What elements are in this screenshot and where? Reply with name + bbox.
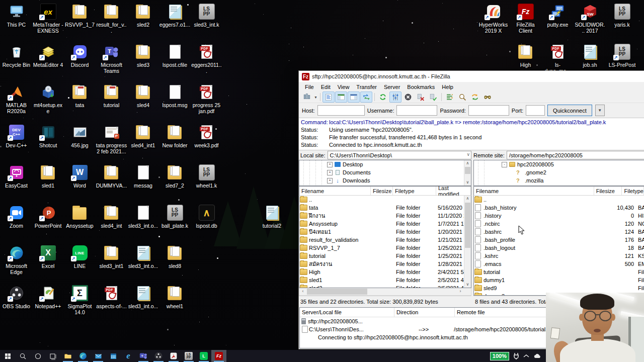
taskbar-acrobat-icon[interactable] xyxy=(166,350,181,362)
remote-file-row[interactable]: dummy1File folder xyxy=(474,276,644,284)
remote-file-row[interactable]: .ncbirc120NCBIRC File xyxy=(474,220,644,228)
local-list-scrollbar[interactable]: ∧∨ xyxy=(464,196,471,288)
local-file-row[interactable]: ฝึกงานFile folder11/1/2020 2:46... xyxy=(299,212,471,220)
desktop-icon-eggers2011-[interactable]: PDFeggers2011... xyxy=(191,43,222,83)
desktop-icon-line[interactable]: LINE↗LINE xyxy=(64,244,96,284)
remote-file-row[interactable]: .history0HISTORY Fi... xyxy=(474,212,644,220)
power-plug-icon[interactable] xyxy=(513,352,519,359)
scroll-up-icon[interactable]: ∧ xyxy=(464,160,471,166)
desktop-icon-tutorial2[interactable]: tutorial2 xyxy=(256,204,288,244)
column-header-filetype[interactable]: Filetype xyxy=(622,187,644,195)
desktop-icon-sled4-int1[interactable]: sled4_int1 xyxy=(127,124,159,163)
taskbar-cortana-icon[interactable] xyxy=(30,350,45,362)
column-header-filename[interactable]: Filename xyxy=(299,187,371,195)
menu-file[interactable]: File xyxy=(301,83,317,91)
host-input[interactable] xyxy=(317,105,365,116)
scroll-right-icon[interactable]: › xyxy=(457,288,464,295)
desktop-icon-lspost-cfile[interactable]: lspost.cfile xyxy=(159,43,191,83)
menu-help[interactable]: Help xyxy=(438,83,457,91)
local-file-row[interactable]: RSVVP_1_7File folder1/25/2021 6:24... xyxy=(299,244,471,252)
taskbar-filezilla-icon[interactable]: Fz xyxy=(211,350,226,362)
desktop-icon-sled3-int-o-[interactable]: sled3_int.o... xyxy=(127,204,159,244)
taskbar-start-icon[interactable] xyxy=(0,350,15,362)
desktop-icon-powerpoint[interactable]: P↗PowerPoint xyxy=(32,204,64,244)
tree-item-downloads[interactable]: +↓Downloads xyxy=(299,176,471,185)
scroll-up-icon[interactable]: ∧ xyxy=(464,196,471,202)
taskbar-calendar-icon[interactable] xyxy=(106,350,121,362)
taskbar-teams-icon[interactable]: T xyxy=(136,350,151,362)
remote-file-row[interactable]: .bashrc124BASHRC File xyxy=(474,228,644,236)
menu-server[interactable]: Server xyxy=(380,83,404,91)
desktop-icon-solidwor-2017[interactable]: SW↗SOLIDWOR... 2017 xyxy=(574,3,606,43)
scroll-down-icon[interactable]: ∨ xyxy=(464,282,471,288)
remote-file-row[interactable]: .bash_history10,430BASH_HIST... xyxy=(474,204,644,212)
toolbar-directory-comparison-icon[interactable] xyxy=(444,92,456,103)
toolbar-toggle-queue-icon[interactable] xyxy=(360,92,372,103)
local-tree-scrollbar[interactable]: ∧∨ xyxy=(464,160,471,186)
local-file-row[interactable]: AnsyssetupFile folder1/7/2021 1:49:... xyxy=(299,220,471,228)
toolbar-process-queue-icon[interactable] xyxy=(389,92,401,103)
desktop-icon-456-jpg[interactable]: 456.jpg xyxy=(64,124,96,163)
taskbar-task-view-icon[interactable] xyxy=(45,350,60,362)
remote-site-combo[interactable]: /storage/home/hpc202008005 xyxy=(507,151,644,159)
column-header-filename[interactable]: Filename xyxy=(474,187,594,195)
menu-transfer[interactable]: Transfer xyxy=(353,83,380,91)
tree-item-gnome2[interactable]: ?.gnome2 xyxy=(474,168,644,176)
desktop-icon-mt4setup-exe[interactable]: mt4setup.exe xyxy=(32,83,64,123)
desktop-icon-hyperworks-2019-x[interactable]: ↗HyperWorks 2019 X xyxy=(477,3,509,43)
toolbar-refresh-icon[interactable] xyxy=(377,92,389,103)
toolbar-toggle-remote-tree-icon[interactable] xyxy=(348,92,360,103)
desktop-icon-lspost-db[interactable]: ∧lspost.db xyxy=(191,204,222,244)
tree-expander[interactable]: + xyxy=(327,170,333,175)
remote-file-row[interactable]: .bash_profile176BASH_PRO... xyxy=(474,236,644,244)
remote-file-row[interactable]: .emacs500EMACS File xyxy=(474,260,644,268)
desktop-icon-metaeditor-4[interactable]: ↗MetaEditor 4 xyxy=(32,43,64,83)
desktop-icon-dev-c-[interactable]: DEVC++↗Dev-C++ xyxy=(1,124,32,163)
tree-item-mozilla[interactable]: ?.mozilla xyxy=(474,176,644,185)
site-manager-dropdown[interactable]: ▼ xyxy=(314,96,317,99)
desktop-icon-this-pc[interactable]: This PC xyxy=(1,3,32,43)
desktop-icon-sled3-int-o-[interactable]: sled3_int.o... xyxy=(127,285,159,324)
column-header-filetype[interactable]: Filetype xyxy=(393,187,436,195)
local-file-row[interactable]: sled2File folder2/5/2021 4:36:... xyxy=(299,284,471,288)
toolbar-reconnect-icon[interactable] xyxy=(427,92,439,103)
quickconnect-button[interactable]: Quickconnect xyxy=(547,105,592,116)
desktop-icon-wheel1-k[interactable]: LSPPwheel1.k xyxy=(191,164,222,204)
column-header-last-modified[interactable]: Last modified xyxy=(436,187,471,195)
desktop-icon-filezilla-client[interactable]: Fz↗FileZilla Client xyxy=(510,3,541,43)
window-titlebar[interactable]: Fz sftp://hpc202008005@hpc.innosoft.kmut… xyxy=(299,71,644,82)
menu-edit[interactable]: Edit xyxy=(317,83,334,91)
desktop-icon-word[interactable]: W↗Word xyxy=(64,164,96,204)
desktop-icon-shotcut[interactable]: ↗Shotcut xyxy=(32,124,64,163)
column-header-filesize[interactable]: Filesize xyxy=(371,187,393,195)
remote-file-row[interactable]: .bash_logout18BASH_LOG... xyxy=(474,244,644,252)
toolbar-site-manager-icon[interactable] xyxy=(301,92,313,103)
desktop-icon-ball-plate-k[interactable]: LSPPball_plate.k xyxy=(159,204,191,244)
remote-file-row[interactable]: tutorialFile folder xyxy=(474,268,644,276)
local-file-row[interactable]: ปี4เทอม1File folder1/20/2021 5:47... xyxy=(299,228,471,236)
desktop-icon-sled7-2[interactable]: sled7_2 xyxy=(159,164,191,204)
queue-column-server-local-file[interactable]: Server/Local file xyxy=(300,308,394,317)
desktop-icon-wheel1[interactable]: wheel1 xyxy=(159,285,191,324)
desktop-icon-tata[interactable]: tata xyxy=(64,83,96,123)
port-input[interactable] xyxy=(526,105,545,116)
menu-bookmarks[interactable]: Bookmarks xyxy=(404,83,438,91)
desktop-icon-easycast[interactable]: ↗EasyCast xyxy=(1,164,32,204)
desktop-icon-ansyssetup[interactable]: Ansyssetup xyxy=(64,204,96,244)
desktop-icon-sled8[interactable]: sled8 xyxy=(159,244,191,284)
desktop-icon-messag[interactable]: messag xyxy=(127,164,159,204)
desktop-icon-eggers7-o1-[interactable]: eggers7.o1... xyxy=(159,3,191,43)
tree-expander[interactable]: - xyxy=(502,162,507,167)
queue-column-direction[interactable]: Direction xyxy=(394,308,455,317)
local-file-row[interactable]: .. xyxy=(299,196,471,204)
local-directory-tree[interactable]: +Desktop+Documents+↓Downloads∧∨ xyxy=(299,160,471,186)
desktop-icon-putty-exe[interactable]: ↗putty.exe xyxy=(542,3,574,43)
desktop-icon-sled3-int-k[interactable]: LSPPsled3_int.k xyxy=(191,3,222,43)
desktop-icon-lspost-msg[interactable]: lspost.msg xyxy=(159,83,191,123)
local-site-combo[interactable]: C:\Users\Thonn\Desktop\∨ xyxy=(328,151,471,159)
scroll-left-icon[interactable]: ‹ xyxy=(299,288,306,295)
local-file-list[interactable]: ..tataFile folder5/16/2020 1:23...ฝึกงาน… xyxy=(299,196,471,288)
tree-expander[interactable]: + xyxy=(327,178,333,184)
desktop-icon-tutorial[interactable]: tutorial xyxy=(96,83,127,123)
tree-item-hpc202008005[interactable]: -hpc202008005 xyxy=(474,160,644,168)
